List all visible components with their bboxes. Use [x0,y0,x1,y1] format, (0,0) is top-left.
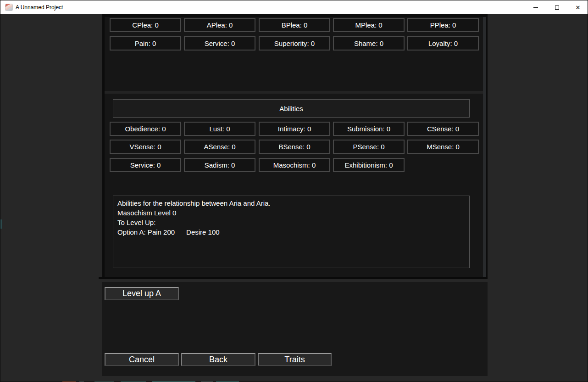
description-line: Abilities for the relationship between A… [117,198,465,208]
ability-lust[interactable]: Lust: 0 [184,122,255,136]
stat-cplea[interactable]: CPlea: 0 [110,18,181,32]
ability-psense[interactable]: PSense: 0 [333,140,405,154]
titlebar[interactable]: A Unnamed Project ✕ [0,0,588,14]
stat-mplea[interactable]: MPlea: 0 [333,18,405,32]
close-icon: ✕ [576,5,581,11]
ability-exhibitionism[interactable]: Exhibitionism: 0 [333,158,405,172]
stat-bplea[interactable]: BPlea: 0 [259,18,330,32]
ability-asense[interactable]: ASense: 0 [184,140,255,154]
app-icon [5,4,13,11]
ability-obedience[interactable]: Obedience: 0 [110,122,181,136]
ability-intimacy[interactable]: Intimacy: 0 [259,122,330,136]
window-title: A Unnamed Project [16,0,63,14]
left-edge-artifact [0,219,2,229]
stat-shame[interactable]: Shame: 0 [333,36,405,51]
description-line: Masochism Level 0 [117,208,465,218]
stat-pplea[interactable]: PPlea: 0 [407,18,479,32]
abilities-header: Abilities [113,99,470,118]
back-button[interactable]: Back [181,353,255,366]
viewport-border-right [486,14,488,279]
description-line: Option A: Pain 200 Desire 100 [117,227,465,237]
ability-bsense[interactable]: BSense: 0 [259,140,330,154]
ability-msense[interactable]: MSense: 0 [407,140,479,154]
stat-aplea[interactable]: APlea: 0 [184,18,255,32]
traits-button[interactable]: Traits [258,353,332,366]
minimize-button[interactable] [525,0,546,14]
stat-pain[interactable]: Pain: 0 [110,36,181,51]
maximize-icon [555,6,559,10]
ability-description: Abilities for the relationship between A… [113,196,470,268]
ability-csense[interactable]: CSense: 0 [407,122,479,136]
description-line: To Level Up: [117,218,465,227]
ability-service[interactable]: Service: 0 [110,158,181,172]
level-up-a-button[interactable]: Level up A [105,287,179,300]
stat-loyalty[interactable]: Loyalty: 0 [407,36,479,51]
minimize-icon [533,7,538,8]
ability-masochism[interactable]: Masochism: 0 [259,158,330,172]
stat-service[interactable]: Service: 0 [184,36,255,51]
ability-sadism[interactable]: Sadism: 0 [184,158,255,172]
maximize-button[interactable] [546,0,567,14]
stat-superiority[interactable]: Superiority: 0 [259,36,330,51]
vertical-scrollbar[interactable] [483,17,486,277]
cancel-button[interactable]: Cancel [105,353,179,366]
close-button[interactable]: ✕ [567,0,588,14]
viewport-border-left [102,14,105,279]
app-window: A Unnamed Project ✕ CPlea: 0 APlea: 0 BP… [0,0,588,382]
viewport-border-bottom [99,277,488,279]
ability-submission[interactable]: Submission: 0 [333,122,405,136]
ability-vsense[interactable]: VSense: 0 [110,140,181,154]
